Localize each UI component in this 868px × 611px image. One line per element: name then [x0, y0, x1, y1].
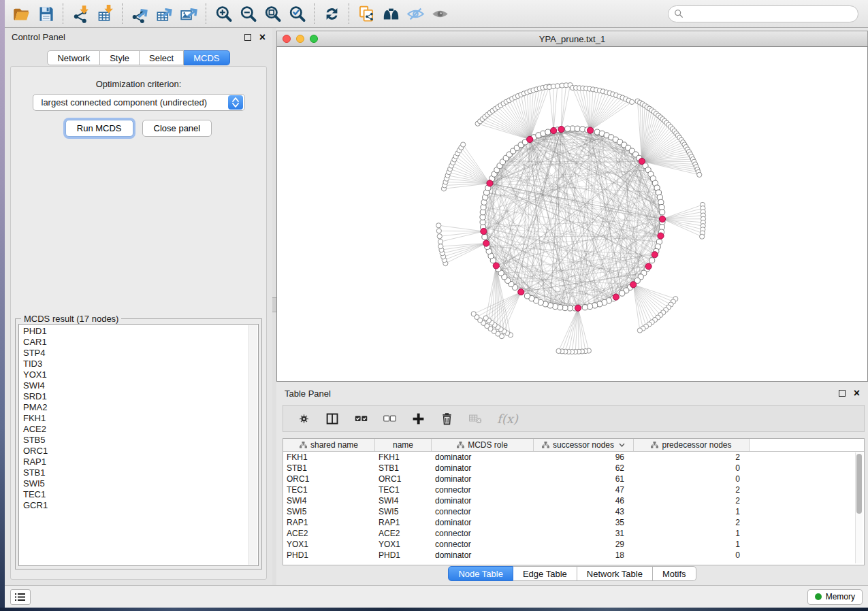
table-row[interactable]: FKH1FKH1dominator962: [283, 452, 864, 463]
mcds-result-item[interactable]: SWI5: [19, 478, 248, 489]
table-scrollbar[interactable]: [855, 452, 863, 563]
zoom-selected-button[interactable]: [285, 2, 309, 25]
memory-button[interactable]: Memory: [807, 589, 863, 605]
mcds-result-item[interactable]: ACE2: [19, 424, 248, 435]
close-panel-icon[interactable]: ×: [259, 34, 266, 41]
refresh-view-button[interactable]: [319, 2, 344, 25]
network-window-title: YPA_prune.txt_1: [277, 34, 867, 44]
cell-MCDS-role: connector: [432, 529, 534, 538]
cell-shared-name: SWI5: [283, 507, 375, 516]
task-history-button[interactable]: [10, 589, 31, 605]
open-file-button[interactable]: [9, 2, 33, 25]
unselect-all-columns-button[interactable]: [383, 408, 397, 429]
search-input[interactable]: [684, 7, 858, 20]
hide-selected-button[interactable]: [403, 2, 428, 25]
show-all-button[interactable]: [428, 2, 452, 25]
table-scrollbar-thumb[interactable]: [856, 454, 862, 514]
mcds-result-item[interactable]: ORC1: [19, 446, 248, 457]
select-all-columns-button[interactable]: [354, 408, 368, 429]
table-row[interactable]: RAP1RAP1dominator352: [283, 517, 864, 528]
mcds-result-item[interactable]: STB5: [19, 435, 248, 446]
table-row[interactable]: STB1STB1dominator620: [283, 463, 864, 474]
cell-predecessor-nodes: 2: [634, 496, 750, 506]
cell-MCDS-role: dominator: [432, 452, 534, 462]
tab-style[interactable]: Style: [100, 50, 140, 65]
close-table-panel-icon[interactable]: ×: [854, 390, 860, 397]
cell-name: TEC1: [375, 485, 432, 495]
table-row[interactable]: SWI5SWI5connector431: [283, 506, 864, 517]
network-window-titlebar[interactable]: YPA_prune.txt_1: [276, 31, 868, 46]
control-panel-header: Control Panel ×: [5, 28, 272, 46]
export-table-button[interactable]: [152, 2, 176, 25]
import-network-button[interactable]: [68, 2, 93, 25]
import-table-button[interactable]: [93, 2, 117, 25]
delete-columns-button[interactable]: [440, 408, 454, 429]
node-table[interactable]: shared namename MCDS role successor node…: [283, 438, 865, 565]
float-panel-icon[interactable]: [244, 34, 251, 41]
mcds-result-item[interactable]: PMA2: [19, 402, 248, 413]
unselect-all-columns-icon: [383, 412, 397, 426]
tab-node-table[interactable]: Node Table: [448, 566, 513, 581]
sort-menu-icon[interactable]: [619, 443, 625, 447]
tab-mcds[interactable]: MCDS: [184, 50, 229, 65]
cell-successor-nodes: 18: [534, 550, 634, 560]
table-row[interactable]: TEC1TEC1connector472: [283, 484, 864, 495]
zoom-out-button[interactable]: [236, 2, 260, 25]
search-field[interactable]: [668, 5, 858, 22]
first-neighbors-button[interactable]: [379, 2, 403, 25]
table-settings-button[interactable]: [297, 408, 311, 429]
mcds-result-item[interactable]: STB1: [19, 467, 248, 478]
column-header-successor-nodes[interactable]: successor nodes: [534, 439, 634, 451]
tab-select[interactable]: Select: [140, 50, 184, 65]
tab-network-table[interactable]: Network Table: [577, 566, 653, 581]
mcds-result-item[interactable]: YOX1: [19, 369, 248, 380]
zoom-in-button[interactable]: [211, 2, 236, 25]
save-session-icon: [37, 5, 55, 23]
column-header-predecessor-nodes[interactable]: predecessor nodes: [634, 439, 750, 451]
mcds-result-item[interactable]: PHD1: [19, 326, 248, 337]
export-image-button[interactable]: [176, 2, 201, 25]
run-mcds-button[interactable]: Run MCDS: [65, 120, 133, 137]
table-row[interactable]: YOX1YOX1connector291: [283, 539, 864, 550]
cell-name: PHD1: [375, 550, 432, 560]
mcds-result-item[interactable]: CAR1: [19, 337, 248, 348]
zoom-fit-button[interactable]: [260, 2, 285, 25]
tab-edge-table[interactable]: Edge Table: [513, 566, 577, 581]
mcds-result-item[interactable]: RAP1: [19, 457, 248, 467]
open-file-icon: [12, 5, 31, 23]
new-network-from-selection-button[interactable]: [354, 2, 379, 25]
toggle-panel-button[interactable]: [325, 408, 340, 429]
column-label: name: [393, 440, 413, 450]
mcds-result-item[interactable]: STP4: [19, 348, 248, 359]
column-type-icon: [457, 442, 464, 448]
export-network-button[interactable]: [127, 2, 152, 25]
table-row[interactable]: PHD1PHD1dominator180: [283, 550, 864, 561]
toolbar-separator: [314, 3, 315, 24]
tab-network[interactable]: Network: [47, 50, 100, 65]
mcds-result-item[interactable]: SRD1: [19, 391, 248, 402]
mcds-result-scrollbar[interactable]: [248, 325, 257, 565]
mcds-result-item[interactable]: SWI4: [19, 380, 248, 391]
mcds-result-group: MCDS result (17 nodes) PHD1CAR1STP4TID3Y…: [15, 318, 262, 569]
column-header-shared-name[interactable]: shared name: [283, 439, 375, 451]
table-row[interactable]: SWI4SWI4dominator462: [283, 495, 864, 506]
table-row[interactable]: ACE2ACE2connector311: [283, 528, 864, 539]
column-header-name[interactable]: name: [375, 439, 432, 451]
table-row[interactable]: ORC1ORC1dominator610: [283, 474, 864, 484]
mcds-result-item[interactable]: GCR1: [19, 500, 248, 511]
mcds-result-item[interactable]: FKH1: [19, 413, 248, 424]
mcds-result-list[interactable]: PHD1CAR1STP4TID3YOX1SWI4SRD1PMA2FKH1ACE2…: [18, 324, 259, 566]
mcds-result-item[interactable]: TID3: [19, 359, 248, 369]
column-header-MCDS-role[interactable]: MCDS role: [432, 439, 534, 451]
cell-predecessor-nodes: 1: [634, 507, 750, 516]
create-column-button[interactable]: [411, 408, 425, 429]
cell-shared-name: SWI4: [283, 496, 375, 506]
tab-motifs[interactable]: Motifs: [653, 566, 696, 581]
network-canvas[interactable]: [276, 46, 868, 382]
hide-selected-icon: [406, 5, 425, 23]
save-session-button[interactable]: [33, 2, 58, 25]
close-panel-button[interactable]: Close panel: [142, 120, 212, 137]
mcds-result-item[interactable]: TEC1: [19, 489, 248, 500]
float-table-panel-icon[interactable]: [839, 390, 846, 397]
criterion-select[interactable]: largest connected component (undirected): [33, 94, 245, 111]
